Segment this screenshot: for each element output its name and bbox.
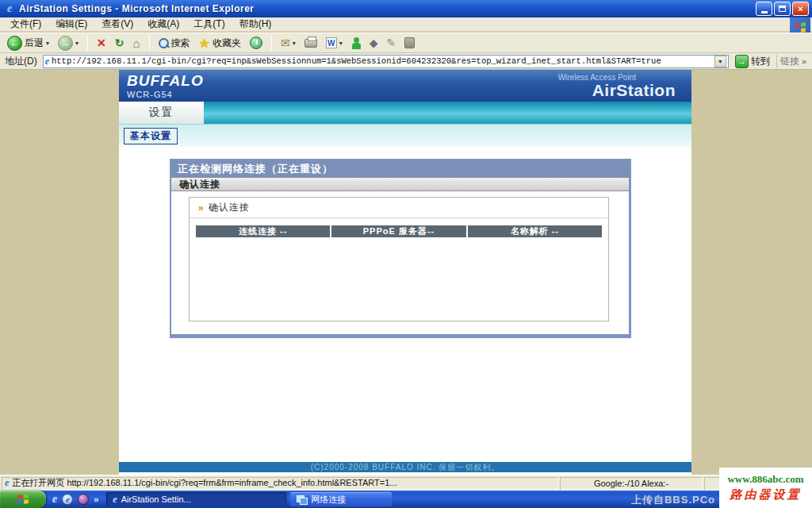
go-arrow-icon: →	[735, 55, 749, 68]
panel-subtitle: 确认连接	[171, 177, 629, 191]
desktop: e AirStation Settings - Microsoft Intern…	[0, 0, 812, 508]
print-button[interactable]	[302, 38, 320, 48]
status-cell-pppoe: PPPoE 服务器--	[331, 225, 465, 237]
links-label: 链接	[780, 55, 799, 68]
back-button[interactable]: ← 后退 ▾	[5, 35, 52, 52]
quick-ie-icon[interactable]: e	[52, 493, 57, 506]
messenger-button[interactable]	[349, 37, 363, 50]
panel-title: 正在检测网络连接（正在重设）	[171, 160, 629, 177]
bbs-upload-watermark: 上传自BBS.PCo	[631, 493, 715, 507]
restore-button[interactable]	[774, 2, 791, 16]
forward-icon: →	[58, 36, 73, 51]
mail-dropdown-icon[interactable]: ▾	[293, 40, 296, 47]
links-button[interactable]: 链接 »	[776, 55, 810, 68]
quick-media-icon[interactable]	[78, 494, 89, 505]
address-bar: 地址(D) e ▾ → 转到 链接 »	[0, 53, 812, 70]
browser-viewport: BUFFALO WCR-G54 Wireless Access Point Ai…	[0, 70, 812, 475]
taskbar-task-network[interactable]: 网络连接	[290, 492, 392, 506]
window-controls: ×	[756, 2, 809, 16]
status-loading-text: 正在打开网页 http://192.168.11.1/cgi-bin/cgi?r…	[12, 477, 396, 489]
start-button[interactable]	[0, 491, 46, 508]
status-page-icon: e	[5, 477, 9, 489]
search-button[interactable]: 搜索	[156, 36, 193, 51]
gray-box-icon	[404, 37, 415, 48]
status-panel: 正在检测网络连接（正在重设） 确认连接 » 确认连接 连线连接 -- PPPoE…	[170, 159, 631, 338]
buffalo-logo: BUFFALO	[127, 72, 204, 90]
toolbar-separator	[149, 35, 150, 51]
breadcrumb[interactable]: 基本设置	[124, 128, 178, 144]
nav-bar: 设置	[119, 102, 691, 124]
diamond-icon: ◆	[370, 37, 378, 49]
edit-word-button[interactable]: W ▾	[324, 37, 345, 49]
airstation-logo: AirStation	[592, 81, 676, 100]
mail-icon: ✉	[281, 37, 290, 49]
copyright-footer: (C)2000-2008 BUFFALO INC. 保留一切权利。	[119, 462, 691, 472]
section-header: » 确认连接	[190, 198, 608, 218]
quick-launch-chevron-icon[interactable]: »	[94, 495, 98, 504]
favorites-button[interactable]: ★ 收藏夹	[197, 35, 243, 52]
refresh-button[interactable]: ↻	[113, 36, 127, 50]
home-button[interactable]: ⌂	[131, 36, 143, 51]
model-label: WCR-G54	[127, 90, 173, 99]
history-button[interactable]	[247, 36, 265, 50]
mail-button[interactable]: ✉ ▾	[278, 36, 298, 50]
quill-icon: ✎	[386, 37, 396, 49]
minimize-button[interactable]	[756, 2, 772, 16]
address-label: 地址(D)	[2, 55, 40, 68]
home-icon: ⌂	[133, 37, 140, 50]
taskbar-task-airstation[interactable]: e AirStation Settin...	[106, 492, 287, 506]
back-label: 后退	[25, 37, 44, 50]
status-bar: e 正在打开网页 http://192.168.11.1/cgi-bin/cgi…	[0, 475, 812, 491]
addon-diamond-button[interactable]: ◆	[367, 36, 381, 50]
refresh-icon: ↻	[115, 37, 124, 49]
forward-dropdown-icon[interactable]: ▾	[75, 40, 79, 47]
go-label: 转到	[751, 55, 770, 68]
site-header: BUFFALO WCR-G54 Wireless Access Point Ai…	[119, 70, 691, 102]
stop-button[interactable]: ✕	[94, 36, 109, 50]
section-label: 确认连接	[209, 201, 250, 214]
toolbar-separator	[87, 35, 88, 51]
forward-button[interactable]: → ▾	[56, 35, 81, 52]
status-cell-dns: 名称解析 --	[468, 225, 602, 237]
history-icon	[250, 37, 262, 49]
seo-rank-panel: Google:-/10 Alexa:-	[560, 477, 703, 490]
double-arrow-icon: »	[198, 202, 203, 214]
panel-body: » 确认连接 连线连接 -- PPPoE 服务器-- 名称解析 --	[171, 191, 629, 334]
tab-settings[interactable]: 设置	[119, 102, 204, 124]
menu-edit[interactable]: 编辑(E)	[48, 17, 94, 31]
watermark-url: www.886abc.com	[727, 473, 803, 486]
task-network-icon	[297, 495, 307, 503]
close-button[interactable]: ×	[792, 2, 809, 16]
address-dropdown-icon[interactable]: ▾	[714, 56, 726, 67]
stop-icon: ✕	[97, 37, 106, 49]
addon-misc-button[interactable]	[402, 37, 417, 49]
status-cell-wired: 连线连接 --	[196, 225, 330, 237]
window-titlebar[interactable]: e AirStation Settings - Microsoft Intern…	[0, 0, 812, 17]
go-button[interactable]: → 转到	[732, 55, 773, 68]
addon-edit-button[interactable]: ✎	[384, 36, 398, 50]
address-input[interactable]	[52, 56, 712, 66]
window-title: AirStation Settings - Microsoft Internet…	[19, 3, 756, 14]
airstation-webpage: BUFFALO WCR-G54 Wireless Access Point Ai…	[119, 70, 691, 475]
back-dropdown-icon[interactable]: ▾	[46, 40, 49, 47]
confirm-connection-box: » 确认连接 连线连接 -- PPPoE 服务器-- 名称解析 --	[189, 197, 609, 321]
search-icon	[159, 38, 169, 48]
back-icon: ←	[7, 36, 22, 51]
subnav-bar: 基本设置	[119, 124, 691, 147]
menu-favorites[interactable]: 收藏(A)	[140, 17, 186, 31]
quick-launch: e e »	[46, 493, 105, 506]
menu-file[interactable]: 文件(F)	[3, 17, 48, 31]
favorites-label: 收藏夹	[213, 37, 241, 50]
edit-dropdown-icon[interactable]: ▾	[339, 40, 343, 47]
quick-browser-icon[interactable]: e	[62, 494, 73, 505]
menu-help[interactable]: 帮助(H)	[232, 17, 279, 31]
task-airstation-label: AirStation Settin...	[121, 495, 191, 504]
menu-tools[interactable]: 工具(T)	[186, 17, 232, 31]
ie-toolbar: ← 后退 ▾ → ▾ ✕ ↻ ⌂ 搜索 ★ 收藏夹 ✉ ▾ W ▾	[0, 33, 812, 53]
menu-view[interactable]: 查看(V)	[94, 17, 140, 31]
toolbar-separator	[271, 35, 272, 51]
start-flag-icon	[17, 494, 29, 504]
task-network-label: 网络连接	[311, 494, 346, 506]
seo-rank-text: Google:-/10 Alexa:-	[594, 479, 668, 488]
search-label: 搜索	[171, 37, 190, 50]
